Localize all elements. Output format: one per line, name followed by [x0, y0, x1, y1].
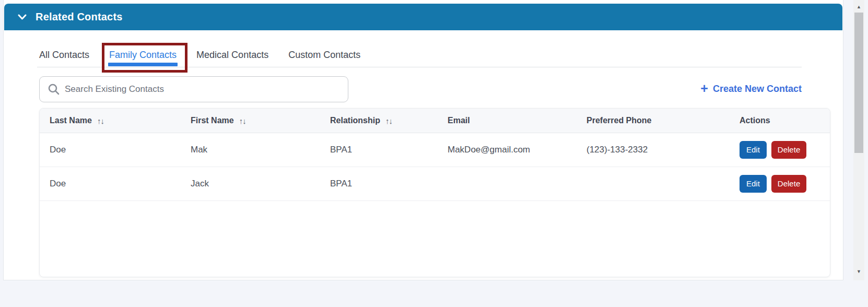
column-header-first-name[interactable]: First Name↑↓	[181, 116, 320, 125]
table-row: DoeJackBPA1EditDelete	[40, 167, 830, 201]
cell-first-name: Jack	[181, 179, 320, 189]
cell-email: MakDoe@gmail.com	[438, 145, 577, 155]
column-label: Actions	[740, 116, 770, 125]
contacts-tab-bar: All ContactsFamily ContactsMedical Conta…	[37, 43, 802, 67]
tab-family-contacts[interactable]: Family Contacts	[108, 43, 178, 67]
column-header-preferred-phone: Preferred Phone	[577, 116, 730, 125]
related-contacts-screen: Related Contacts All ContactsFamily Cont…	[0, 0, 868, 307]
table-header-row: Last Name↑↓First Name↑↓Relationship↑↓Ema…	[40, 109, 830, 133]
scroll-down-arrow-icon[interactable]: ▼	[853, 266, 864, 277]
cell-last-name: Doe	[40, 145, 181, 155]
cell-relationship: BPA1	[320, 145, 438, 155]
column-header-email: Email	[438, 116, 577, 125]
delete-button[interactable]: Delete	[771, 141, 806, 158]
sort-arrows-icon: ↑↓	[385, 116, 392, 125]
tab-label: Custom Contacts	[288, 50, 360, 61]
column-label: Preferred Phone	[587, 116, 651, 125]
cell-last-name: Doe	[40, 179, 181, 189]
column-header-relationship[interactable]: Relationship↑↓	[320, 116, 438, 125]
tab-label: Medical Contacts	[196, 50, 268, 61]
contacts-table: Last Name↑↓First Name↑↓Relationship↑↓Ema…	[39, 108, 830, 277]
column-header-last-name[interactable]: Last Name↑↓	[40, 116, 181, 125]
column-label: Relationship	[330, 116, 380, 125]
tab-all-contacts[interactable]: All Contacts	[38, 43, 90, 67]
column-header-actions: Actions	[730, 116, 830, 125]
column-label: First Name	[191, 116, 234, 125]
cell-first-name: Mak	[181, 145, 320, 155]
delete-button[interactable]: Delete	[771, 175, 806, 192]
tab-medical-contacts[interactable]: Medical Contacts	[195, 43, 269, 67]
create-new-contact-label: Create New Contact	[713, 84, 802, 95]
section-title: Related Contacts	[36, 11, 123, 23]
scroll-up-arrow-icon[interactable]: ▲	[853, 2, 864, 12]
plus-icon: +	[700, 82, 708, 95]
related-contacts-panel: Related Contacts All ContactsFamily Cont…	[3, 0, 843, 280]
edit-button[interactable]: Edit	[740, 175, 767, 192]
column-label: Email	[448, 116, 470, 125]
tab-custom-contacts[interactable]: Custom Contacts	[287, 43, 361, 67]
search-wrap	[39, 76, 348, 102]
tab-label: All Contacts	[39, 50, 89, 61]
chevron-down-icon[interactable]	[18, 14, 27, 20]
search-input[interactable]	[39, 76, 348, 102]
cell-actions: EditDelete	[730, 141, 830, 158]
tab-label: Family Contacts	[109, 50, 177, 61]
sort-arrows-icon: ↑↓	[97, 116, 104, 125]
edit-button[interactable]: Edit	[740, 141, 767, 158]
cell-preferred-phone: (123)-133-2332	[577, 145, 730, 155]
vertical-scrollbar[interactable]: ▲ ▼	[853, 0, 864, 280]
scrollbar-thumb[interactable]	[854, 13, 863, 153]
column-label: Last Name	[50, 116, 92, 125]
sort-arrows-icon: ↑↓	[239, 116, 246, 125]
create-new-contact-button[interactable]: + Create New Contact	[700, 78, 802, 99]
cell-relationship: BPA1	[320, 179, 438, 189]
table-body: DoeMakBPA1MakDoe@gmail.com(123)-133-2332…	[40, 133, 830, 201]
cell-actions: EditDelete	[730, 175, 830, 192]
section-header-bar: Related Contacts	[4, 4, 842, 30]
table-row: DoeMakBPA1MakDoe@gmail.com(123)-133-2332…	[40, 133, 830, 167]
